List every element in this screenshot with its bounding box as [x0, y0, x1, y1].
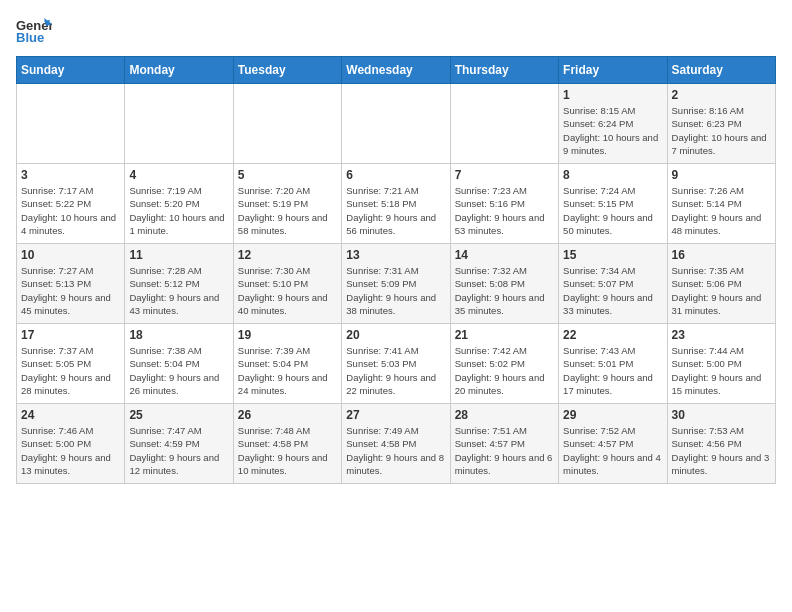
day-cell: 13Sunrise: 7:31 AM Sunset: 5:09 PM Dayli… [342, 244, 450, 324]
day-number: 21 [455, 328, 554, 342]
column-header-sunday: Sunday [17, 57, 125, 84]
day-number: 10 [21, 248, 120, 262]
day-number: 19 [238, 328, 337, 342]
day-cell: 14Sunrise: 7:32 AM Sunset: 5:08 PM Dayli… [450, 244, 558, 324]
day-number: 29 [563, 408, 662, 422]
day-number: 25 [129, 408, 228, 422]
day-cell: 5Sunrise: 7:20 AM Sunset: 5:19 PM Daylig… [233, 164, 341, 244]
column-header-tuesday: Tuesday [233, 57, 341, 84]
day-info: Sunrise: 7:46 AM Sunset: 5:00 PM Dayligh… [21, 424, 120, 477]
day-cell: 16Sunrise: 7:35 AM Sunset: 5:06 PM Dayli… [667, 244, 775, 324]
day-cell: 8Sunrise: 7:24 AM Sunset: 5:15 PM Daylig… [559, 164, 667, 244]
day-number: 3 [21, 168, 120, 182]
day-cell: 6Sunrise: 7:21 AM Sunset: 5:18 PM Daylig… [342, 164, 450, 244]
day-cell: 19Sunrise: 7:39 AM Sunset: 5:04 PM Dayli… [233, 324, 341, 404]
day-info: Sunrise: 7:23 AM Sunset: 5:16 PM Dayligh… [455, 184, 554, 237]
day-info: Sunrise: 7:37 AM Sunset: 5:05 PM Dayligh… [21, 344, 120, 397]
day-info: Sunrise: 7:49 AM Sunset: 4:58 PM Dayligh… [346, 424, 445, 477]
day-info: Sunrise: 7:43 AM Sunset: 5:01 PM Dayligh… [563, 344, 662, 397]
day-cell: 25Sunrise: 7:47 AM Sunset: 4:59 PM Dayli… [125, 404, 233, 484]
day-info: Sunrise: 7:19 AM Sunset: 5:20 PM Dayligh… [129, 184, 228, 237]
day-cell: 15Sunrise: 7:34 AM Sunset: 5:07 PM Dayli… [559, 244, 667, 324]
day-info: Sunrise: 7:32 AM Sunset: 5:08 PM Dayligh… [455, 264, 554, 317]
day-cell: 2Sunrise: 8:16 AM Sunset: 6:23 PM Daylig… [667, 84, 775, 164]
svg-text:Blue: Blue [16, 30, 44, 44]
day-cell: 27Sunrise: 7:49 AM Sunset: 4:58 PM Dayli… [342, 404, 450, 484]
day-number: 4 [129, 168, 228, 182]
day-info: Sunrise: 7:17 AM Sunset: 5:22 PM Dayligh… [21, 184, 120, 237]
column-header-monday: Monday [125, 57, 233, 84]
day-cell: 18Sunrise: 7:38 AM Sunset: 5:04 PM Dayli… [125, 324, 233, 404]
day-number: 16 [672, 248, 771, 262]
week-row-2: 3Sunrise: 7:17 AM Sunset: 5:22 PM Daylig… [17, 164, 776, 244]
day-info: Sunrise: 7:34 AM Sunset: 5:07 PM Dayligh… [563, 264, 662, 317]
day-number: 12 [238, 248, 337, 262]
column-header-friday: Friday [559, 57, 667, 84]
day-cell: 26Sunrise: 7:48 AM Sunset: 4:58 PM Dayli… [233, 404, 341, 484]
day-info: Sunrise: 7:31 AM Sunset: 5:09 PM Dayligh… [346, 264, 445, 317]
day-cell [125, 84, 233, 164]
day-cell [342, 84, 450, 164]
day-number: 7 [455, 168, 554, 182]
day-cell: 7Sunrise: 7:23 AM Sunset: 5:16 PM Daylig… [450, 164, 558, 244]
day-info: Sunrise: 8:15 AM Sunset: 6:24 PM Dayligh… [563, 104, 662, 157]
day-number: 9 [672, 168, 771, 182]
day-number: 23 [672, 328, 771, 342]
day-info: Sunrise: 7:24 AM Sunset: 5:15 PM Dayligh… [563, 184, 662, 237]
day-number: 15 [563, 248, 662, 262]
day-number: 20 [346, 328, 445, 342]
calendar-header: SundayMondayTuesdayWednesdayThursdayFrid… [17, 57, 776, 84]
day-info: Sunrise: 7:28 AM Sunset: 5:12 PM Dayligh… [129, 264, 228, 317]
header-row: SundayMondayTuesdayWednesdayThursdayFrid… [17, 57, 776, 84]
day-cell: 30Sunrise: 7:53 AM Sunset: 4:56 PM Dayli… [667, 404, 775, 484]
day-cell: 23Sunrise: 7:44 AM Sunset: 5:00 PM Dayli… [667, 324, 775, 404]
day-info: Sunrise: 8:16 AM Sunset: 6:23 PM Dayligh… [672, 104, 771, 157]
day-info: Sunrise: 7:42 AM Sunset: 5:02 PM Dayligh… [455, 344, 554, 397]
calendar-table: SundayMondayTuesdayWednesdayThursdayFrid… [16, 56, 776, 484]
day-info: Sunrise: 7:35 AM Sunset: 5:06 PM Dayligh… [672, 264, 771, 317]
column-header-wednesday: Wednesday [342, 57, 450, 84]
day-number: 2 [672, 88, 771, 102]
day-number: 13 [346, 248, 445, 262]
day-number: 17 [21, 328, 120, 342]
app-logo: General Blue [16, 16, 52, 48]
day-number: 28 [455, 408, 554, 422]
day-number: 5 [238, 168, 337, 182]
day-cell: 3Sunrise: 7:17 AM Sunset: 5:22 PM Daylig… [17, 164, 125, 244]
day-cell: 17Sunrise: 7:37 AM Sunset: 5:05 PM Dayli… [17, 324, 125, 404]
week-row-3: 10Sunrise: 7:27 AM Sunset: 5:13 PM Dayli… [17, 244, 776, 324]
day-number: 30 [672, 408, 771, 422]
day-number: 26 [238, 408, 337, 422]
day-info: Sunrise: 7:27 AM Sunset: 5:13 PM Dayligh… [21, 264, 120, 317]
day-cell: 11Sunrise: 7:28 AM Sunset: 5:12 PM Dayli… [125, 244, 233, 324]
day-cell: 12Sunrise: 7:30 AM Sunset: 5:10 PM Dayli… [233, 244, 341, 324]
day-number: 1 [563, 88, 662, 102]
day-cell: 10Sunrise: 7:27 AM Sunset: 5:13 PM Dayli… [17, 244, 125, 324]
day-info: Sunrise: 7:38 AM Sunset: 5:04 PM Dayligh… [129, 344, 228, 397]
day-cell [450, 84, 558, 164]
day-cell: 22Sunrise: 7:43 AM Sunset: 5:01 PM Dayli… [559, 324, 667, 404]
day-info: Sunrise: 7:48 AM Sunset: 4:58 PM Dayligh… [238, 424, 337, 477]
week-row-4: 17Sunrise: 7:37 AM Sunset: 5:05 PM Dayli… [17, 324, 776, 404]
day-number: 11 [129, 248, 228, 262]
day-number: 8 [563, 168, 662, 182]
day-number: 22 [563, 328, 662, 342]
day-cell: 20Sunrise: 7:41 AM Sunset: 5:03 PM Dayli… [342, 324, 450, 404]
day-cell: 9Sunrise: 7:26 AM Sunset: 5:14 PM Daylig… [667, 164, 775, 244]
day-info: Sunrise: 7:41 AM Sunset: 5:03 PM Dayligh… [346, 344, 445, 397]
day-info: Sunrise: 7:39 AM Sunset: 5:04 PM Dayligh… [238, 344, 337, 397]
day-cell: 24Sunrise: 7:46 AM Sunset: 5:00 PM Dayli… [17, 404, 125, 484]
day-number: 24 [21, 408, 120, 422]
day-cell: 1Sunrise: 8:15 AM Sunset: 6:24 PM Daylig… [559, 84, 667, 164]
week-row-1: 1Sunrise: 8:15 AM Sunset: 6:24 PM Daylig… [17, 84, 776, 164]
day-number: 6 [346, 168, 445, 182]
column-header-saturday: Saturday [667, 57, 775, 84]
day-info: Sunrise: 7:30 AM Sunset: 5:10 PM Dayligh… [238, 264, 337, 317]
week-row-5: 24Sunrise: 7:46 AM Sunset: 5:00 PM Dayli… [17, 404, 776, 484]
day-info: Sunrise: 7:26 AM Sunset: 5:14 PM Dayligh… [672, 184, 771, 237]
page-header: General Blue [16, 16, 776, 48]
day-number: 18 [129, 328, 228, 342]
calendar-body: 1Sunrise: 8:15 AM Sunset: 6:24 PM Daylig… [17, 84, 776, 484]
day-cell [17, 84, 125, 164]
day-info: Sunrise: 7:21 AM Sunset: 5:18 PM Dayligh… [346, 184, 445, 237]
